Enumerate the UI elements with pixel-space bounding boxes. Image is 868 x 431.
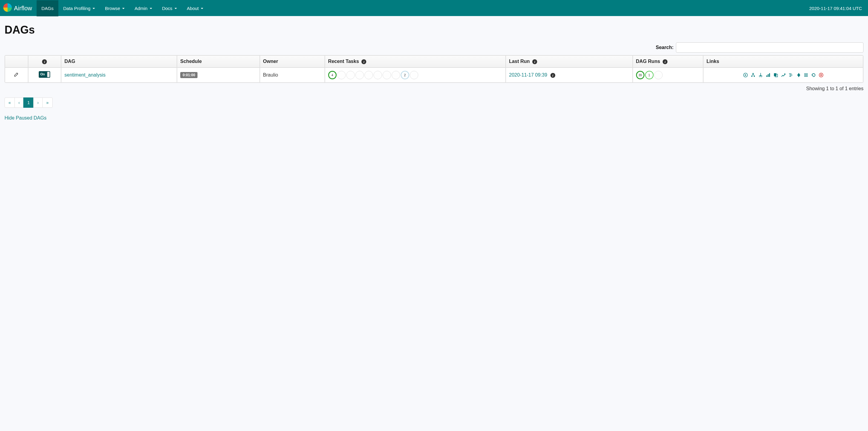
task-circle-running[interactable]: 2 [401,71,409,79]
graph-view-icon[interactable] [758,72,763,78]
dag-runs: 39 1 [636,71,700,79]
info-icon: i [532,59,537,64]
dags-table: i DAG Schedule Owner Recent Tasks i Last… [4,55,864,83]
toggle-label: On [40,72,45,76]
page-next[interactable]: › [33,97,43,108]
schedule-badge[interactable]: 0:01:00 [180,72,197,78]
nav-clock: 2020-11-17 09:41:04 UTC [803,6,868,11]
links-icons [707,72,860,78]
brand-text: Airflow [14,5,32,12]
header-info: i [28,55,61,67]
pagination: « ‹ 1 › » [4,97,864,108]
landing-times-icon[interactable] [781,72,786,78]
svg-rect-11 [789,76,791,77]
recent-tasks: 4 2 [328,71,502,79]
search-input[interactable] [676,42,864,53]
task-circle-empty[interactable] [365,71,373,79]
header-dag[interactable]: DAG [61,55,177,67]
search-label: Search: [656,45,674,50]
header-last-run[interactable]: Last Run i [506,55,632,67]
svg-rect-10 [790,75,793,75]
logs-icon[interactable] [803,72,809,78]
nav-docs[interactable]: Docs [157,0,182,16]
header-dag-runs: DAG Runs i [633,55,703,67]
svg-rect-14 [804,76,808,77]
task-circle-empty[interactable] [373,71,382,79]
code-icon[interactable] [796,72,801,78]
chevron-down-icon [122,6,125,11]
info-icon: i [362,59,366,64]
svg-rect-9 [789,74,792,74]
task-circle-empty[interactable] [382,71,391,79]
tree-view-icon[interactable] [750,72,756,78]
info-icon[interactable]: i [551,73,555,78]
main-content: DAGs Search: i DAG Schedule Owner Recent… [0,16,868,125]
info-icon: i [663,59,668,64]
table-header-row: i DAG Schedule Owner Recent Tasks i Last… [5,55,863,67]
refresh-icon[interactable] [811,72,816,78]
svg-rect-12 [804,74,808,74]
page-last[interactable]: » [42,97,53,108]
airflow-logo-icon [3,3,12,13]
gantt-icon[interactable] [788,72,794,78]
navbar: Airflow DAGs Data Profiling Browse Admin… [0,0,868,16]
svg-rect-13 [804,75,808,75]
header-edit [5,55,28,67]
task-circle-empty[interactable] [410,71,418,79]
header-recent-tasks: Recent Tasks i [325,55,506,67]
svg-point-2 [751,76,752,77]
chevron-down-icon [149,6,152,11]
info-icon: i [42,59,47,64]
owner-text: Braulio [263,72,278,78]
nav-admin[interactable]: Admin [130,0,157,16]
edit-icon[interactable] [14,73,19,78]
table-info: Showing 1 to 1 of 1 entries [4,83,864,94]
run-circle-empty[interactable] [654,71,663,79]
dag-toggle[interactable]: On [39,71,50,78]
nav-data-profiling[interactable]: Data Profiling [58,0,100,16]
showing-text: Showing 1 to 1 of 1 entries [806,86,864,91]
header-schedule[interactable]: Schedule [177,55,260,67]
search-bar: Search: [4,42,864,53]
task-circle-empty[interactable] [337,71,346,79]
delete-dag-icon[interactable] [818,72,824,78]
nav-dags[interactable]: DAGs [37,0,58,16]
trigger-dag-icon[interactable] [743,72,748,78]
chevron-down-icon [174,6,177,11]
task-duration-icon[interactable] [766,72,771,78]
last-run-link[interactable]: 2020-11-17 09:39 [509,72,547,78]
task-tries-icon[interactable] [773,72,778,78]
page-current[interactable]: 1 [23,97,34,108]
task-circle-success[interactable]: 4 [328,71,337,79]
nav-browse[interactable]: Browse [100,0,130,16]
svg-rect-4 [766,75,767,77]
brand-link[interactable]: Airflow [0,3,37,13]
table-row: On sentiment_analysis 0:01:00 Braulio 4 [5,67,863,83]
task-circle-empty[interactable] [392,71,400,79]
svg-rect-6 [769,73,770,77]
chevron-down-icon [200,6,204,11]
chevron-down-icon [92,6,95,11]
nav-about[interactable]: About [182,0,208,16]
task-circle-empty[interactable] [346,71,355,79]
page-first[interactable]: « [4,97,15,108]
run-circle-running[interactable]: 1 [645,71,654,79]
header-owner[interactable]: Owner [260,55,325,67]
svg-point-3 [754,76,755,77]
run-circle-success[interactable]: 39 [636,71,645,79]
page-prev[interactable]: ‹ [14,97,24,108]
dag-link[interactable]: sentiment_analysis [64,72,105,78]
svg-rect-5 [768,74,769,77]
header-links: Links [703,55,863,67]
svg-point-1 [752,73,754,74]
hide-paused-link[interactable]: Hide Paused DAGs [4,115,46,121]
page-title: DAGs [4,24,864,36]
nav-links: DAGs Data Profiling Browse Admin Docs [37,0,208,16]
task-circle-empty[interactable] [355,71,364,79]
